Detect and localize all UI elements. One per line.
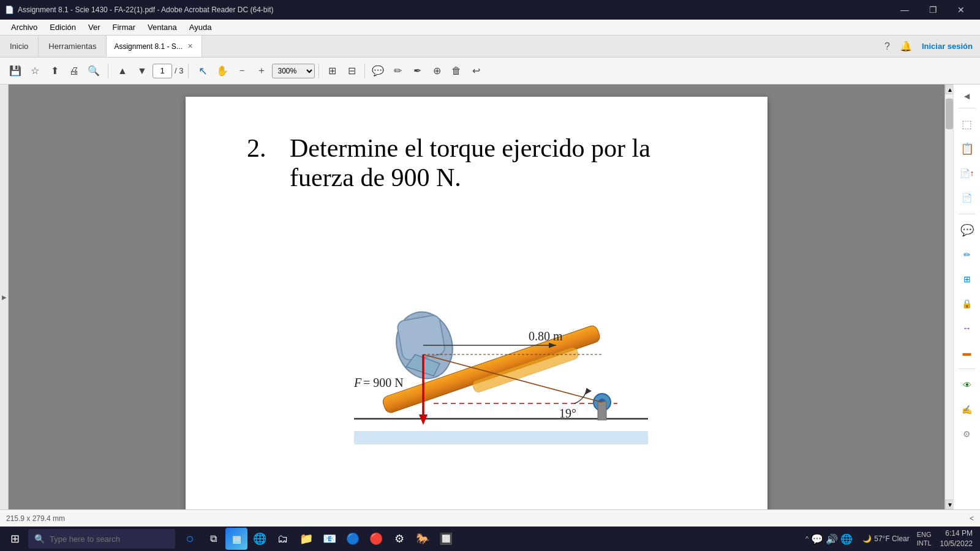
search-button[interactable]: 🔍 xyxy=(85,62,103,80)
sidebar-sign-icon[interactable]: ✍ xyxy=(956,399,978,421)
scroll-left-indicator[interactable]: < xyxy=(970,514,974,523)
highlight-button[interactable]: ✏ xyxy=(388,62,407,80)
sidebar-export-pdf-icon[interactable]: 📄↑ xyxy=(956,162,978,184)
menu-ventana[interactable]: Ventana xyxy=(141,21,183,33)
hand-button[interactable]: ✋ xyxy=(213,62,232,80)
menu-archivo[interactable]: Archivo xyxy=(5,21,43,33)
sidebar-edit-icon[interactable]: ✏ xyxy=(956,244,978,266)
language-box[interactable]: ENG INTL xyxy=(914,530,934,548)
left-panel-toggle[interactable]: ▶ xyxy=(0,84,9,509)
delete-button[interactable]: 🗑 xyxy=(447,62,466,80)
tray-volume-icon[interactable]: 🔊 xyxy=(826,533,838,545)
scroll-thumb[interactable] xyxy=(946,99,953,129)
right-sidebar: ◀ ⬚ 📋 📄↑ 📄 💬 ✏ ⊞ 🔒 ↔ ▬ 👁 ✍ ⚙ xyxy=(953,84,980,509)
taskbar-search-box[interactable]: 🔍 xyxy=(28,529,175,549)
folder-icon[interactable]: 📁 xyxy=(295,528,317,550)
statusbar: 215.9 x 279.4 mm < xyxy=(0,509,980,527)
red-app-icon[interactable]: 🔴 xyxy=(365,528,387,550)
marque-button[interactable]: ⊞ xyxy=(323,62,341,80)
menu-ayuda[interactable]: Ayuda xyxy=(183,21,218,33)
print-button[interactable]: 🖨 xyxy=(65,62,83,80)
sidebar-reduce-icon[interactable]: ▬ xyxy=(956,342,978,364)
menu-edicion[interactable]: Edición xyxy=(43,21,82,33)
sidebar-sep2 xyxy=(959,214,976,214)
active-tab[interactable]: Assignment 8.1 - S... ✕ xyxy=(107,36,202,57)
svg-marker-11 xyxy=(419,414,428,425)
acrobat-taskbar-icon[interactable]: 🔲 xyxy=(435,528,457,550)
clock-time: 6:14 PM xyxy=(940,528,973,539)
toolbar: 💾 ☆ ⬆ 🖨 🔍 ▲ ▼ 1 / 3 ↖ ✋ － ＋ 300% 50%75%1… xyxy=(0,58,980,84)
pan-button[interactable]: ⊟ xyxy=(342,62,361,80)
chrome-icon[interactable]: 🔵 xyxy=(342,528,364,550)
titlebar-left: 📄 Assignment 8.1 - Scie 1430 - FA-22(1).… xyxy=(5,6,274,14)
toolbar-sep-3 xyxy=(318,64,319,78)
prev-page-button[interactable]: ▲ xyxy=(113,62,132,80)
tray-arrow[interactable]: ^ xyxy=(805,535,809,542)
page-group: 1 / 3 xyxy=(153,64,183,78)
view-tools: ↖ ✋ － ＋ 300% 50%75%100% 125%150%200%400%… xyxy=(194,62,485,80)
tab-close-button[interactable]: ✕ xyxy=(186,41,194,51)
horse-icon[interactable]: 🐎 xyxy=(412,528,434,550)
minimize-button[interactable]: — xyxy=(891,0,919,20)
page-input[interactable]: 1 xyxy=(153,64,172,78)
restore-button[interactable]: ❐ xyxy=(919,0,947,20)
mail-icon[interactable]: 📧 xyxy=(318,528,341,550)
tab-inicio[interactable]: Inicio xyxy=(0,36,39,57)
tray-chat-icon[interactable]: 💬 xyxy=(811,533,823,545)
system-tray[interactable]: ^ 💬 🔊 🌐 xyxy=(801,533,858,545)
problem-text: Determine el torque ejercido por la fuer… xyxy=(290,133,718,192)
sidebar-scan-icon[interactable]: ⬚ xyxy=(956,113,978,135)
right-panel-toggle[interactable]: ◀ xyxy=(962,89,972,103)
sidebar-protect-icon[interactable]: 🔒 xyxy=(956,293,978,315)
notifications-icon[interactable]: 🔔 xyxy=(900,40,912,52)
comment-button[interactable]: 💬 xyxy=(369,62,387,80)
menu-ver[interactable]: Ver xyxy=(82,21,107,33)
sidebar-more-icon[interactable]: ⚙ xyxy=(956,423,978,445)
svg-text:19°: 19° xyxy=(559,407,576,420)
zoom-out-button[interactable]: － xyxy=(233,62,251,80)
menu-firmar[interactable]: Firmar xyxy=(107,21,142,33)
sidebar-review-icon[interactable]: 👁 xyxy=(956,374,978,396)
search-input[interactable] xyxy=(50,534,160,544)
menubar: Archivo Edición Ver Firmar Ventana Ayuda xyxy=(0,20,980,36)
sidebar-organize-icon[interactable]: ⊞ xyxy=(956,268,978,290)
close-button[interactable]: ✕ xyxy=(947,0,975,20)
sidebar-compress-icon[interactable]: 📄 xyxy=(956,187,978,209)
edge-browser-icon[interactable]: 🌐 xyxy=(249,528,271,550)
left-arrow-icon: ▶ xyxy=(2,294,7,301)
taskbar-time[interactable]: 6:14 PM 10/5/2022 xyxy=(935,528,978,549)
svg-rect-8 xyxy=(396,314,445,361)
sidebar-form-icon[interactable]: 📋 xyxy=(956,138,978,160)
cortana-icon[interactable]: ○ xyxy=(179,528,201,550)
tab-label: Assignment 8.1 - S... xyxy=(114,42,182,51)
pdf-area[interactable]: 2. Determine el torque ejercido por la f… xyxy=(9,84,944,509)
settings-icon[interactable]: ⚙ xyxy=(388,528,410,550)
sidebar-convert-icon[interactable]: ↔ xyxy=(956,317,978,339)
tray-network-icon[interactable]: 🌐 xyxy=(840,533,853,545)
tab-herramientas[interactable]: Herramientas xyxy=(39,36,107,57)
task-view-icon[interactable]: ⧉ xyxy=(202,528,224,550)
start-button[interactable]: ⊞ xyxy=(2,527,27,551)
svg-text:F: F xyxy=(353,376,362,389)
weather-display[interactable]: 🌙 57°F Clear xyxy=(859,534,913,543)
problem-number: 2. xyxy=(247,133,277,163)
language-eng: ENG xyxy=(917,530,932,539)
bookmark-button[interactable]: ☆ xyxy=(26,62,44,80)
scroll-track[interactable]: ▲ ▼ xyxy=(944,84,953,509)
sidebar-comment-icon[interactable]: 💬 xyxy=(956,219,978,241)
save-button[interactable]: 💾 xyxy=(6,62,24,80)
language-intl: INTL xyxy=(917,539,932,547)
cursor-button[interactable]: ↖ xyxy=(194,62,212,80)
zoom-in-button[interactable]: ＋ xyxy=(252,62,271,80)
next-page-button[interactable]: ▼ xyxy=(133,62,151,80)
undo-button[interactable]: ↩ xyxy=(467,62,485,80)
widgets-icon[interactable]: ▦ xyxy=(225,528,247,550)
draw-button[interactable]: ✒ xyxy=(408,62,426,80)
stamp-button[interactable]: ⊕ xyxy=(428,62,446,80)
help-icon[interactable]: ? xyxy=(884,41,890,52)
share-button[interactable]: ⬆ xyxy=(45,62,64,80)
file-explorer-icon[interactable]: 🗂 xyxy=(272,528,294,550)
zoom-select[interactable]: 300% 50%75%100% 125%150%200%400% xyxy=(272,64,315,78)
signin-button[interactable]: Iniciar sesión xyxy=(922,42,973,51)
page-nav-tools: ▲ ▼ 1 / 3 xyxy=(113,62,183,80)
